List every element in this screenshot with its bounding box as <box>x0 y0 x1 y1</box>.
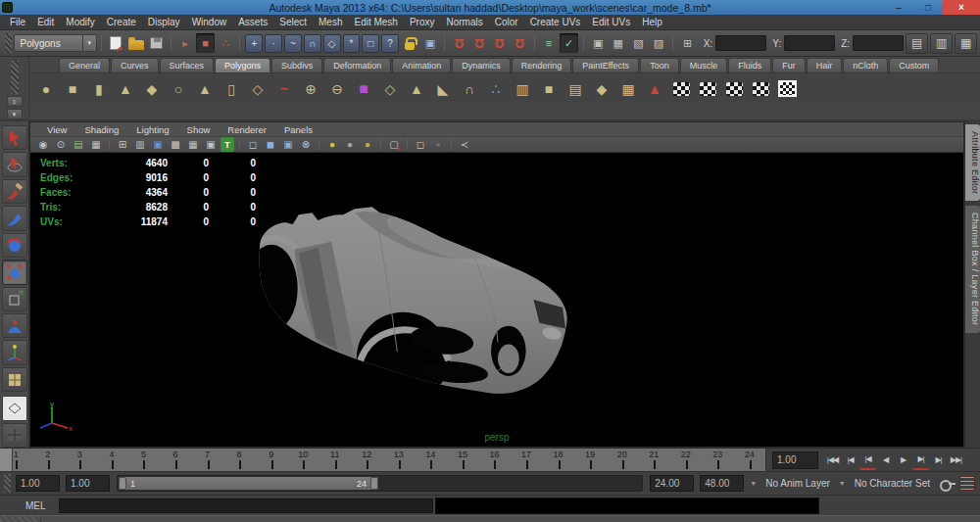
toggle-attribute-editor[interactable]: ▤ <box>906 33 928 54</box>
go-to-end[interactable]: ▶▶| <box>948 451 964 470</box>
use-default-material-icon[interactable]: ⊗ <box>298 137 314 152</box>
range-start-handle[interactable] <box>119 477 126 490</box>
divider[interactable] <box>380 139 381 150</box>
snap-to-grids[interactable]: Ω <box>450 33 468 53</box>
move-tool[interactable] <box>2 206 27 230</box>
shelf-tab[interactable]: nCloth <box>843 58 888 72</box>
menu-item[interactable]: Color <box>489 15 524 30</box>
append-polygon-icon[interactable]: ■ <box>536 76 562 102</box>
select-by-object[interactable]: ■ <box>196 33 215 53</box>
isolate-select-icon[interactable]: ▢ <box>386 137 402 152</box>
coordinate-entry-icon[interactable]: ⊞ <box>678 33 697 53</box>
shelf-tab[interactable]: Muscle <box>680 58 728 72</box>
mask-rendering[interactable]: □ <box>362 34 379 53</box>
menu-item[interactable]: Help <box>636 15 668 30</box>
crease-tool-icon[interactable]: ◆ <box>589 76 614 102</box>
playback-start-field[interactable] <box>66 475 110 492</box>
shelf-tab[interactable]: Polygons <box>215 58 270 72</box>
tab-channel-box-layer-editor[interactable]: Channel Box / Layer Editor <box>965 206 980 332</box>
open-scene-button[interactable] <box>126 33 145 53</box>
boolean-icon[interactable]: ■ <box>351 76 376 102</box>
separate-icon[interactable]: ⊖ <box>324 76 350 102</box>
plugin-icon[interactable]: ≺ <box>457 137 472 152</box>
step-forward-key[interactable]: ▶| <box>912 451 929 470</box>
shelf-tab[interactable]: Animation <box>392 58 451 72</box>
menu-item[interactable]: Create <box>101 15 142 30</box>
render-current-frame[interactable]: ▦ <box>609 33 627 53</box>
minimize-button[interactable]: – <box>884 0 913 15</box>
shelf-tab[interactable]: Hair <box>807 58 843 72</box>
go-to-start[interactable]: |◀◀ <box>824 451 841 470</box>
toggle-channel-box[interactable]: ▦ <box>955 33 977 54</box>
insert-edge-loop-icon[interactable]: ▤ <box>563 76 588 102</box>
sculpt-geometry-icon[interactable]: ▲ <box>642 76 667 102</box>
anim-layer-dropdown-arrow[interactable]: ▼ <box>750 480 757 487</box>
menu-item[interactable]: Edit UVs <box>586 15 636 30</box>
menu-item[interactable]: Edit <box>31 15 60 30</box>
split-polygon-icon[interactable]: ▥ <box>510 76 535 102</box>
lasso-tool[interactable] <box>2 152 27 176</box>
rotate-tool[interactable] <box>2 233 27 258</box>
xray-active-icon[interactable]: ▫ <box>430 137 446 152</box>
step-forward-frame[interactable]: ▶| <box>930 451 947 470</box>
construction-history[interactable]: ✓ <box>560 33 578 53</box>
show-manipulator-tool[interactable] <box>2 340 27 364</box>
shelf-tab[interactable]: General <box>59 58 110 72</box>
divider[interactable] <box>239 139 240 150</box>
step-back-key[interactable]: |◀ <box>859 451 876 470</box>
snap-to-curves[interactable]: Ω <box>470 33 489 53</box>
spherical-mapping-icon[interactable] <box>721 76 747 102</box>
image-plane-icon[interactable]: ▦ <box>88 137 104 152</box>
mask-surfaces[interactable]: ∩ <box>304 34 321 53</box>
tab-attribute-editor[interactable]: Attribute Editor <box>965 124 980 201</box>
automatic-mapping-icon[interactable] <box>748 76 773 102</box>
shelf-grip[interactable] <box>11 61 19 94</box>
film-gate-icon[interactable]: ▥ <box>132 137 148 152</box>
universal-manipulator-tool[interactable] <box>2 287 27 311</box>
play-forwards[interactable]: ▶ <box>895 451 911 470</box>
textured-icon[interactable]: ▣ <box>280 137 296 152</box>
snap-to-points[interactable]: Ω <box>490 33 509 53</box>
animation-preferences-button[interactable] <box>959 476 975 491</box>
list-input-operations[interactable]: ≡ <box>540 33 559 53</box>
shelf-tab[interactable]: PaintEffects <box>572 58 639 72</box>
shelf-tab[interactable]: Rendering <box>512 58 572 72</box>
mel-result-field[interactable] <box>435 498 819 514</box>
divider[interactable] <box>109 139 110 150</box>
safe-title-icon[interactable]: T <box>220 137 234 152</box>
paint-selection-tool[interactable] <box>2 179 27 204</box>
animation-start-field[interactable] <box>16 475 60 492</box>
shelf-menu-button[interactable]: ≡ <box>7 96 23 107</box>
shelf-arrow-button[interactable]: ▼ <box>7 109 23 119</box>
lighting-selected-icon[interactable]: ● <box>342 137 358 152</box>
safe-action-icon[interactable]: ▣ <box>203 137 219 152</box>
panel-menu-item[interactable]: Show <box>178 124 220 135</box>
shelf-tab[interactable]: Subdivs <box>271 58 322 72</box>
poly-cube-icon[interactable]: ■ <box>60 76 85 102</box>
shelf-tab[interactable]: Custom <box>889 58 939 72</box>
smooth-icon[interactable]: ◇ <box>377 76 403 102</box>
scale-tool[interactable] <box>2 260 27 284</box>
xray-icon[interactable]: ◻ <box>413 137 428 152</box>
poly-pyramid-icon[interactable]: ▲ <box>192 76 218 102</box>
range-end-handle[interactable] <box>370 477 378 490</box>
time-slider-ruler[interactable]: 123456789101112131415161718192021222324 <box>0 449 766 471</box>
poly-cone-icon[interactable]: ▲ <box>113 76 138 102</box>
z-coordinate-field[interactable] <box>853 35 904 51</box>
menu-item[interactable]: Mesh <box>313 15 348 30</box>
auto-keyframe-button[interactable] <box>940 477 956 491</box>
field-chart-icon[interactable]: ▦ <box>185 137 201 152</box>
panel-menu-item[interactable]: View <box>38 124 75 135</box>
menu-item[interactable]: Display <box>142 15 186 30</box>
poly-plane-icon[interactable]: ◆ <box>139 76 165 102</box>
four-pane-layout-button[interactable] <box>2 423 27 448</box>
divider[interactable] <box>451 139 452 150</box>
menu-item[interactable]: Normals <box>441 15 489 30</box>
toggle-tool-settings[interactable]: ▥ <box>930 33 953 54</box>
single-pane-layout-button[interactable] <box>2 396 27 420</box>
select-tool[interactable] <box>2 125 27 150</box>
mel-command-input[interactable] <box>59 498 433 513</box>
panel-menu-item[interactable]: Shading <box>75 124 127 135</box>
range-slider-track[interactable]: 1 24 <box>117 475 643 492</box>
bookmark-icon[interactable]: ▤ <box>71 137 86 152</box>
